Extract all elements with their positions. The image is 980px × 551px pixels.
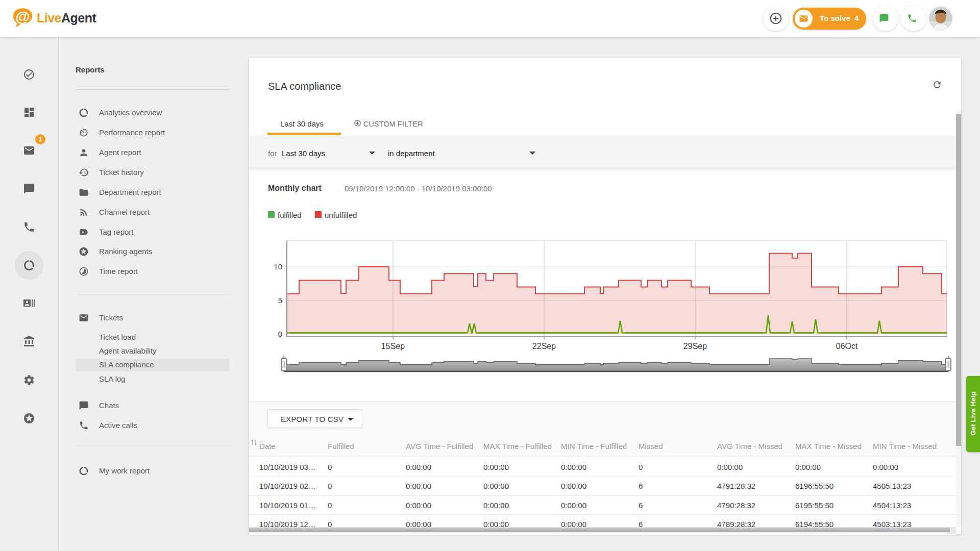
svg-text:5: 5 <box>278 296 282 305</box>
svg-text:06Oct: 06Oct <box>836 342 858 350</box>
svg-text:10: 10 <box>274 262 282 271</box>
svg-text:@: @ <box>15 9 30 25</box>
svg-text:29Sep: 29Sep <box>683 342 707 350</box>
svg-text:22Sep: 22Sep <box>532 342 556 350</box>
svg-text:15Sep: 15Sep <box>381 342 405 350</box>
svg-text:0: 0 <box>278 330 282 338</box>
